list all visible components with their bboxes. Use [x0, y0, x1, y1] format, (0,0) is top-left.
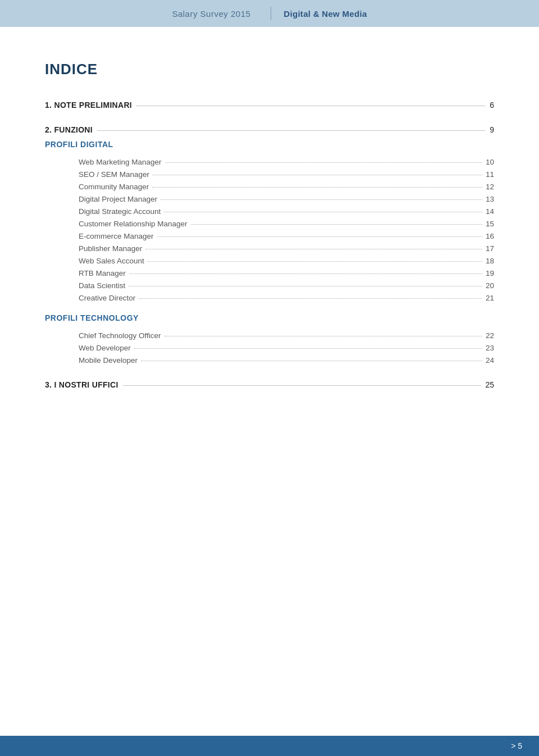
page-title: INDICE	[45, 61, 494, 78]
toc-digital-page: 10	[486, 158, 494, 166]
toc-digital-dots	[191, 224, 482, 225]
toc-tech-page: 24	[486, 356, 494, 365]
toc-digital-dots	[161, 199, 482, 200]
toc-digital-label: Creative Director	[79, 294, 135, 302]
toc-note-dots	[136, 106, 485, 106]
toc-digital-label: SEO / SEM Manager	[79, 170, 149, 179]
toc-digital-item: Publisher Manager 17	[79, 244, 494, 253]
toc-digital-label: Data Scientist	[79, 281, 125, 290]
survey-title: Salary Survey 2015	[172, 9, 261, 19]
profili-technology-entries: Chief Technology Officer 22 Web Develope…	[79, 331, 494, 365]
profili-technology-heading: PROFILI TECHNOLOGY	[45, 313, 494, 322]
toc-digital-dots	[129, 286, 482, 286]
header-divider	[271, 7, 271, 20]
toc-digital-item: Digital Strategic Account 14	[79, 207, 494, 216]
section-title: Digital & New Media	[281, 9, 367, 19]
toc-digital-item: Data Scientist 20	[79, 281, 494, 290]
toc-digital-page: 19	[486, 269, 494, 277]
toc-digital-item: RTB Manager 19	[79, 269, 494, 277]
toc-tech-dots	[165, 336, 482, 336]
toc-digital-label: Publisher Manager	[79, 244, 142, 253]
toc-tech-item: Chief Technology Officer 22	[79, 331, 494, 340]
profili-digital-section: PROFILI DIGITAL Web Marketing Manager 10…	[45, 140, 494, 302]
toc-digital-label: Customer Relationship Manager	[79, 220, 188, 228]
toc-digital-label: Web Marketing Manager	[79, 158, 162, 166]
main-content: INDICE 1. NOTE PRELIMINARI 6 2. FUNZIONI…	[0, 27, 539, 450]
toc-tech-item: Web Developer 23	[79, 344, 494, 352]
toc-digital-page: 20	[486, 281, 494, 290]
page-header: Salary Survey 2015 Digital & New Media	[0, 0, 539, 27]
toc-digital-page: 18	[486, 257, 494, 265]
toc-digital-label: RTB Manager	[79, 269, 126, 277]
toc-digital-page: 21	[486, 294, 494, 302]
toc-tech-dots	[134, 348, 482, 349]
toc-digital-page: 13	[486, 195, 494, 203]
toc-tech-label: Mobile Developer	[79, 356, 138, 365]
toc-digital-dots	[164, 212, 482, 212]
profili-digital-entries: Web Marketing Manager 10 SEO / SEM Manag…	[79, 158, 494, 302]
toc-tech-item: Mobile Developer 24	[79, 356, 494, 365]
toc-digital-dots	[157, 236, 482, 237]
profili-digital-heading: PROFILI DIGITAL	[45, 140, 494, 149]
toc-note-page: 6	[490, 101, 494, 110]
toc-funzioni-label: 2. FUNZIONI	[45, 125, 93, 134]
toc-digital-page: 17	[486, 244, 494, 253]
page-footer: > 5	[0, 736, 539, 756]
toc-digital-dots	[139, 298, 482, 299]
toc-digital-item: Web Marketing Manager 10	[79, 158, 494, 166]
toc-digital-page: 15	[486, 220, 494, 228]
toc-digital-dots	[152, 187, 482, 188]
toc-digital-label: Digital Strategic Account	[79, 207, 161, 216]
header-content: Salary Survey 2015 Digital & New Media	[172, 7, 367, 20]
toc-funzioni-dots	[97, 130, 485, 131]
toc-digital-dots	[153, 175, 482, 175]
toc-digital-page: 16	[486, 232, 494, 240]
footer-page-number: > 5	[511, 741, 522, 750]
toc-digital-label: Community Manager	[79, 183, 149, 191]
toc-tech-page: 23	[486, 344, 494, 352]
toc-tech-label: Web Developer	[79, 344, 131, 352]
toc-digital-dots	[145, 249, 482, 249]
toc-digital-page: 14	[486, 207, 494, 216]
toc-digital-dots	[148, 261, 482, 262]
toc-funzioni-page: 9	[490, 125, 494, 134]
toc-tech-dots	[141, 361, 482, 361]
toc-digital-item: Community Manager 12	[79, 183, 494, 191]
toc-nostri-label: 3. I NOSTRI UFFICI	[45, 380, 118, 389]
toc-entry-nostri: 3. I NOSTRI UFFICI 25	[45, 380, 494, 389]
profili-technology-section: PROFILI TECHNOLOGY Chief Technology Offi…	[45, 313, 494, 365]
toc-entry-note: 1. NOTE PRELIMINARI 6	[45, 101, 494, 110]
toc-digital-item: Customer Relationship Manager 15	[79, 220, 494, 228]
toc-digital-item: E-commerce Manager 16	[79, 232, 494, 240]
toc-tech-page: 22	[486, 331, 494, 340]
toc-digital-label: E-commerce Manager	[79, 232, 154, 240]
toc-digital-dots	[165, 162, 482, 163]
toc-digital-page: 12	[486, 183, 494, 191]
toc-tech-label: Chief Technology Officer	[79, 331, 161, 340]
toc-nostri-dots	[123, 385, 481, 386]
toc-digital-item: Digital Project Manager 13	[79, 195, 494, 203]
toc-nostri-page: 25	[485, 380, 494, 389]
toc-digital-dots	[129, 274, 482, 274]
toc-note-label: 1. NOTE PRELIMINARI	[45, 101, 132, 110]
toc-digital-label: Digital Project Manager	[79, 195, 157, 203]
toc-digital-item: Creative Director 21	[79, 294, 494, 302]
toc-digital-item: Web Sales Account 18	[79, 257, 494, 265]
toc-digital-label: Web Sales Account	[79, 257, 144, 265]
toc-digital-page: 11	[486, 170, 494, 179]
toc-digital-item: SEO / SEM Manager 11	[79, 170, 494, 179]
toc-entry-funzioni: 2. FUNZIONI 9	[45, 125, 494, 134]
